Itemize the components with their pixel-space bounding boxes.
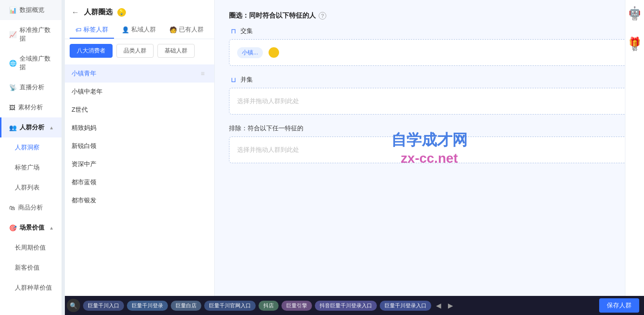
sidebar-item-data-overview[interactable]: 📊 数据概览 [0, 0, 62, 20]
bottom-tag-4[interactable]: 抖店 [259, 301, 279, 311]
content-wrapper: ← 人群圈选 💡 🏷 标签人群 👤 私域人群 🧑 已有人群 [62, 0, 644, 296]
sidebar-item-audience-insight[interactable]: 人群洞察 [0, 137, 62, 158]
people-icon: 👤 [122, 26, 129, 33]
bottom-bar: 🔍 巨量千川入口 巨量千川登录 巨量白店 巨量千川官网入口 抖店 巨量引擎 抖音… [62, 296, 644, 315]
audience-list-items: 小镇青年 ≡ 小镇中老年 Z世代 精致妈妈 新锐白领 资深中产 [62, 63, 214, 296]
chevron-up-icon: ▲ [49, 125, 54, 130]
bottom-tag-1[interactable]: 巨量千川登录 [127, 301, 168, 311]
list-item[interactable]: 精致妈妈 [62, 119, 214, 137]
list-item[interactable]: Z世代 [62, 101, 214, 119]
sidebar-item-new-customer[interactable]: 新客价值 [0, 258, 62, 278]
union-icon: ⊔ [229, 75, 238, 84]
sidebar-item-standard-promo[interactable]: 📈 标准推广数据 [0, 20, 62, 49]
person-icon: 🧑 [169, 26, 177, 33]
sub-tab-eight-consumers[interactable]: 八大消费者 [70, 44, 113, 58]
intersection-icon: ⊓ [229, 27, 238, 35]
main-section-title: 圈选：同时符合以下特征的人 ? [229, 11, 630, 20]
main-content: ← 人群圈选 💡 🏷 标签人群 👤 私域人群 🧑 已有人群 [62, 0, 644, 315]
sidebar-item-grass-value[interactable]: 人群种草价值 [0, 278, 62, 298]
material-icon: 🖼 [9, 104, 15, 111]
list-item[interactable]: 小镇中老年 [62, 83, 214, 101]
right-float-panel: 🤖 问问 🎁 活动 [625, 0, 644, 296]
search-button[interactable]: 🔍 [67, 299, 80, 312]
left-scroll-button[interactable]: ◀ [434, 302, 443, 309]
intersection-tag-chip: 小镇... [237, 47, 263, 58]
union-header: ⊔ 并集 [229, 75, 630, 84]
list-item[interactable]: 新锐白领 [62, 137, 214, 155]
tabs-row: 🏷 标签人群 👤 私域人群 🧑 已有人群 [62, 21, 214, 39]
cursor-indicator [269, 47, 279, 58]
chevron-down-icon: ▲ [49, 225, 54, 231]
sidebar-item-long-cycle[interactable]: 长周期价值 [0, 238, 62, 258]
sidebar-item-product-analysis[interactable]: 🛍 商品分析 [0, 198, 62, 218]
sidebar-item-audience-list[interactable]: 人群列表 [0, 178, 62, 198]
audience-icon: 👥 [9, 124, 17, 131]
scene-icon: 🎯 [9, 224, 17, 231]
bar-icon: 📈 [9, 31, 17, 38]
sidebar-item-scene-value[interactable]: 🎯 场景价值 ▲ [0, 218, 62, 238]
bottom-tag-0[interactable]: 巨量千川入口 [83, 301, 124, 311]
panel-title: 人群圈选 [84, 8, 113, 17]
right-panel: 圈选：同时符合以下特征的人 ? ⊓ 交集 小镇... ⊔ [215, 0, 644, 296]
bulb-icon: 💡 [117, 8, 126, 17]
list-item[interactable]: 都市银发 [62, 191, 214, 210]
list-item[interactable]: 都市蓝领 [62, 173, 214, 191]
product-icon: 🛍 [9, 204, 15, 211]
list-panel: ← 人群圈选 💡 🏷 标签人群 👤 私域人群 🧑 已有人群 [62, 0, 215, 296]
sidebar: 📊 数据概览 📈 标准推广数据 🌐 全域推广数据 📡 直播分析 🖼 素材分析 👥… [0, 0, 62, 315]
bottom-tag-5[interactable]: 巨量引擎 [281, 301, 312, 311]
tab-tag-audience[interactable]: 🏷 标签人群 [70, 21, 114, 39]
gift-button[interactable]: 🎁 [629, 36, 641, 48]
robot-button[interactable]: 🤖 [629, 6, 641, 17]
back-button[interactable]: ← [72, 8, 79, 17]
drag-icon: ≡ [201, 70, 205, 77]
sidebar-item-all-promo[interactable]: 🌐 全域推广数据 [0, 49, 62, 77]
right-scroll-button[interactable]: ▶ [446, 302, 455, 309]
sidebar-item-material-analysis[interactable]: 🖼 素材分析 [0, 97, 62, 117]
union-drop-zone[interactable]: 选择并拖动人群到此处 [229, 88, 630, 115]
intersection-header: ⊓ 交集 [229, 27, 630, 35]
tag-icon: 🏷 [75, 26, 82, 33]
sidebar-item-live-analysis[interactable]: 📡 直播分析 [0, 77, 62, 97]
bottom-tag-3[interactable]: 巨量千川官网入口 [204, 301, 256, 311]
live-icon: 📡 [9, 84, 17, 91]
intersection-block: ⊓ 交集 小镇... [229, 27, 630, 66]
exclude-drop-zone[interactable]: 选择并拖动人群到此处 [229, 136, 630, 163]
sidebar-item-audience-analysis[interactable]: 👥 人群分析 ▲ [0, 117, 62, 137]
bottom-tag-6[interactable]: 抖音巨量千川登录入口 [315, 301, 377, 311]
intersection-drop-zone[interactable]: 小镇... [229, 39, 630, 66]
sub-tabs: 八大消费者 品类人群 基础人群 [62, 39, 214, 63]
bottom-tag-2[interactable]: 巨量白店 [171, 301, 201, 311]
help-icon[interactable]: ? [319, 12, 326, 20]
sub-tab-basic-audience[interactable]: 基础人群 [157, 44, 195, 58]
sidebar-item-tag-plaza[interactable]: 标签广场 [0, 158, 62, 178]
tab-existing-audience[interactable]: 🧑 已有人群 [164, 21, 209, 39]
bottom-tag-7[interactable]: 巨量千川登录入口 [380, 301, 431, 311]
union-block: ⊔ 并集 选择并拖动人群到此处 [229, 75, 630, 115]
sub-tab-product-audience[interactable]: 品类人群 [116, 44, 154, 58]
list-item[interactable]: 资深中产 [62, 155, 214, 173]
exclude-label: 排除：符合以下任一特征的 [229, 124, 630, 133]
panel-header: ← 人群圈选 💡 [62, 0, 214, 21]
chart-icon: 📊 [9, 7, 17, 14]
list-item[interactable]: 小镇青年 ≡ [62, 64, 214, 83]
globe-icon: 🌐 [9, 60, 17, 67]
save-audience-button[interactable]: 保存人群 [599, 298, 639, 313]
tab-private-audience[interactable]: 👤 私域人群 [116, 21, 162, 39]
exclude-block: 排除：符合以下任一特征的 选择并拖动人群到此处 [229, 124, 630, 163]
resize-handle[interactable] [62, 0, 65, 296]
